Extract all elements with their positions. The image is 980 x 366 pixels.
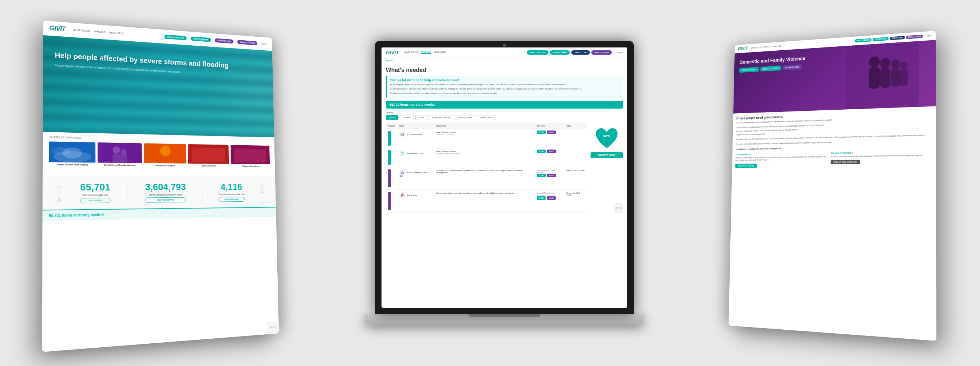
- left-appeals: CURRENT APPEALS Severe Storms and Floodi…: [43, 132, 275, 176]
- right-donate-btn[interactable]: FIND AN ORGANISATION: [830, 160, 860, 165]
- appeal-vic-img: [231, 145, 270, 164]
- right-btn-donatefunds[interactable]: DONATE FUNDS: [906, 35, 923, 39]
- appeal-nsw[interactable]: NSW Bushfires: [188, 144, 229, 173]
- left-logo: GIVIT: [49, 24, 66, 34]
- deco-icons-left: 🛏️🧴👗: [56, 183, 62, 202]
- row2-area: [564, 148, 587, 167]
- filter-tab-cause[interactable]: Cause: [415, 115, 428, 120]
- right-col-orgs: Organisations Are you an organisation lo…: [735, 152, 827, 168]
- stat-label-items: Items needed right now: [81, 194, 110, 197]
- stat-btn-give[interactable]: GIVE AN ITEM: [81, 198, 110, 203]
- laptop-nav-needhelp[interactable]: NEED HELP: [434, 51, 446, 54]
- filter-tab-whatif[interactable]: What if I have: [477, 115, 495, 120]
- left-nav-needhelp[interactable]: NEED HELP: [109, 31, 124, 35]
- laptop-nav-what[interactable]: WHAT WE DO: [404, 51, 418, 54]
- laptop-count-bar: 65,702 items currently needed: [386, 101, 623, 109]
- stat-donated: 3,604,793 Items donated to people in nee…: [145, 182, 186, 203]
- laptop-btn-donatetime[interactable]: DONATE TIME: [571, 50, 590, 54]
- row2-give-btn[interactable]: GIVE: [547, 150, 556, 153]
- right-nav-needhelp[interactable]: NEED HELP: [773, 45, 782, 48]
- right-hero-btn-items[interactable]: DONATE ITEMS: [739, 67, 758, 73]
- laptop-screen-inner: GIVIT WHAT WE DO APPEALS NEED HELP WHAT'…: [382, 48, 627, 308]
- donate-now-btn[interactable]: DONATE NOW: [590, 152, 623, 158]
- row3-fund-btn[interactable]: FUND: [537, 174, 546, 177]
- right-hero-btn-time[interactable]: DONATE TIME: [783, 64, 802, 70]
- appeal-floods-label: Severe Storms and Flooding: [49, 162, 95, 168]
- right-nav-what[interactable]: WHAT WE DO: [751, 46, 761, 49]
- transport-icon: 🚌: [399, 169, 405, 175]
- appeal-vic[interactable]: Victoria Bushfires: [231, 145, 270, 173]
- stat-divider-1: [128, 183, 128, 201]
- laptop-btn-donatefunds[interactable]: DONATE FUNDS: [591, 50, 612, 54]
- right-btn-whatsneeded[interactable]: WHAT'S NEEDED: [854, 38, 872, 42]
- laptop-btn-donateitems[interactable]: DONATE ITEMS: [550, 50, 570, 54]
- right-device: GIVIT WHAT WE DO APPEALS NEED HELP WHAT'…: [729, 31, 936, 341]
- row1-fund-btn[interactable]: FUND: [537, 131, 546, 134]
- left-btn-donatefunds[interactable]: DONATE FUNDS: [237, 40, 258, 45]
- row4-give-btn[interactable]: GIVE: [547, 196, 556, 200]
- stat-divider-2: [202, 183, 203, 201]
- stat-btn-register[interactable]: REGISTER NOW: [218, 197, 245, 202]
- right-btn-donatetime[interactable]: DONATE TIME: [889, 35, 905, 40]
- stat-label-donated: Items donated to people in need: [145, 193, 186, 196]
- right-btn-donateitems[interactable]: DONATE ITEMS: [873, 37, 888, 41]
- laptop-thanks-box: Thanks for wanting to help someone in ne…: [386, 75, 623, 98]
- filter-tab-location[interactable]: Location: [400, 115, 414, 120]
- left-signin[interactable]: Sign In: [261, 42, 267, 45]
- filter-tab-keyword[interactable]: Keyword or category: [429, 115, 453, 120]
- right-nav-appeals[interactable]: APPEALS: [764, 46, 771, 48]
- laptop-nav-appeals[interactable]: APPEALS: [421, 51, 431, 54]
- right-col-help-title: Do you need help?: [830, 150, 932, 154]
- row2-rec-loc: Port Macquarie NSW 2444: [436, 152, 532, 155]
- stat-number-orgs: 4,116: [218, 182, 245, 192]
- appeal-nsw-img: [188, 144, 229, 164]
- svg-rect-22: [899, 69, 908, 86]
- stat-btn-impact[interactable]: SEE YOUR IMPACT: [145, 197, 186, 203]
- appeal-stripe: [388, 150, 391, 165]
- left-nav-appeals[interactable]: APPEALS: [94, 30, 106, 34]
- right-register-btn[interactable]: REGISTER TO LIST: [735, 164, 757, 168]
- svg-text:GIVIT: GIVIT: [603, 134, 611, 137]
- row1-give-btn[interactable]: GIVE: [547, 131, 556, 134]
- col-recipient: Recipient: [434, 123, 535, 129]
- left-nav-links: WHAT WE DO APPEALS NEED HELP: [73, 29, 160, 37]
- left-btn-whatsneeded[interactable]: WHAT'S NEEDED: [164, 35, 187, 40]
- left-hero: Help people affected by severe storms an…: [43, 35, 274, 137]
- right-hero-btn-funds[interactable]: DONATE FUNDS: [760, 66, 781, 72]
- laptop-recaptcha: reCAPTCHA: [614, 203, 623, 213]
- appeal-family-label: Domestic and Family Violence: [98, 163, 142, 168]
- appeal-stripe-purple: [388, 192, 391, 210]
- clothing-icon: 👕: [399, 150, 405, 156]
- left-nav-what[interactable]: WHAT WE DO: [73, 29, 91, 32]
- right-signin[interactable]: Sign In: [926, 35, 932, 37]
- row3-delivery-type: Drop off Pool Courier Voucher: [537, 169, 562, 174]
- appeal-stripe-purple: [388, 169, 391, 187]
- laptop-nav-btns: WHAT'S NEEDED DONATE ITEMS DONATE TIME D…: [527, 50, 611, 54]
- row4-delivery-type: Drop off Pool Courier Voucher: [537, 192, 562, 196]
- row1-delivery: FUND GIVE: [535, 129, 564, 148]
- left-device: GIVIT WHAT WE DO APPEALS NEED HELP WHAT'…: [42, 21, 279, 352]
- filter-tab-appeal[interactable]: Appeal: [386, 115, 398, 120]
- table-row: 👕 Underwear - Men Pool Courier Voucher P…: [386, 148, 587, 167]
- appeal-family[interactable]: Domestic and Family Violence: [98, 142, 142, 172]
- row2-fund-btn[interactable]: FUND: [537, 150, 546, 153]
- appeal-stripe: [388, 131, 391, 145]
- laptop-signin[interactable]: Sign In: [617, 51, 623, 54]
- indigenous-svg: [144, 144, 186, 164]
- filter-tab-delivery[interactable]: Delivery options: [455, 115, 475, 120]
- right-col-orgs-text: Are you an organisation looking to help …: [735, 155, 827, 162]
- row3-give-btn[interactable]: GIVE: [547, 174, 556, 177]
- left-btn-donateitems[interactable]: DONATE ITEMS: [191, 36, 211, 42]
- left-btn-donatetime[interactable]: DONATE TIME: [215, 38, 234, 43]
- appeal-floods[interactable]: Severe Storms and Flooding: [49, 141, 95, 172]
- appeal-indigenous[interactable]: Indigenous Support: [144, 144, 187, 173]
- table-body: 🪟 Curtains/Blinds Pool Courier Voucher B…: [386, 129, 587, 213]
- right-col-help: Do you need help? Are you an individual …: [830, 150, 932, 167]
- row1-recipient: Pool Courier Voucher Barrington NSW 2422: [434, 129, 535, 148]
- row4-recipient: shelters providing essential items to en…: [434, 190, 535, 213]
- row4-fund-btn[interactable]: FUND: [537, 196, 546, 200]
- laptop-btn-whatsneeded[interactable]: WHAT'S NEEDED: [527, 50, 549, 54]
- row4-appeal: [386, 190, 397, 213]
- stat-number-donated: 3,604,793: [145, 182, 186, 193]
- laptop-nav-links: WHAT WE DO APPEALS NEED HELP: [404, 51, 525, 54]
